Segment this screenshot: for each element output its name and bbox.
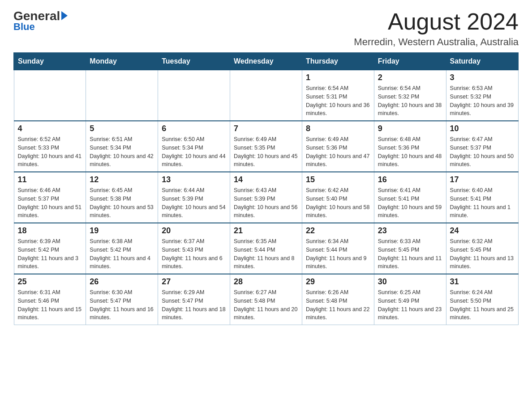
day-info: Sunrise: 6:41 AMSunset: 5:41 PMDaylight:…	[378, 186, 442, 220]
day-info: Sunrise: 6:44 AMSunset: 5:39 PMDaylight:…	[162, 186, 226, 220]
day-info: Sunrise: 6:43 AMSunset: 5:39 PMDaylight:…	[234, 186, 298, 220]
calendar-week-4: 18Sunrise: 6:39 AMSunset: 5:42 PMDayligh…	[14, 223, 518, 274]
calendar-cell: 12Sunrise: 6:45 AMSunset: 5:38 PMDayligh…	[86, 172, 158, 223]
day-info: Sunrise: 6:54 AMSunset: 5:31 PMDaylight:…	[306, 84, 370, 118]
title-area: August 2024 Merredin, Western Australia,…	[354, 9, 519, 48]
calendar-week-5: 25Sunrise: 6:31 AMSunset: 5:46 PMDayligh…	[14, 274, 518, 325]
day-number: 1	[306, 73, 370, 82]
day-info: Sunrise: 6:50 AMSunset: 5:34 PMDaylight:…	[162, 135, 226, 169]
day-info: Sunrise: 6:49 AMSunset: 5:35 PMDaylight:…	[234, 135, 298, 169]
day-info: Sunrise: 6:54 AMSunset: 5:32 PMDaylight:…	[378, 84, 442, 118]
day-number: 29	[306, 277, 370, 287]
day-number: 9	[378, 124, 442, 133]
day-number: 5	[90, 124, 154, 133]
calendar-cell: 28Sunrise: 6:27 AMSunset: 5:48 PMDayligh…	[230, 274, 302, 325]
day-info: Sunrise: 6:34 AMSunset: 5:44 PMDaylight:…	[306, 237, 370, 271]
day-number: 26	[90, 277, 154, 287]
day-number: 31	[450, 277, 515, 287]
day-header-tuesday: Tuesday	[158, 53, 230, 70]
day-info: Sunrise: 6:48 AMSunset: 5:36 PMDaylight:…	[378, 135, 442, 169]
day-info: Sunrise: 6:29 AMSunset: 5:47 PMDaylight:…	[162, 288, 226, 322]
day-number: 12	[90, 175, 154, 184]
day-number: 18	[18, 226, 82, 235]
logo: General Blue	[13, 9, 68, 33]
day-info: Sunrise: 6:24 AMSunset: 5:50 PMDaylight:…	[450, 288, 515, 322]
day-number: 7	[234, 124, 298, 133]
day-info: Sunrise: 6:51 AMSunset: 5:34 PMDaylight:…	[90, 135, 154, 169]
page-header: General Blue August 2024 Merredin, Weste…	[13, 9, 519, 48]
day-number: 20	[162, 226, 226, 235]
calendar-cell: 8Sunrise: 6:49 AMSunset: 5:36 PMDaylight…	[302, 121, 374, 172]
day-info: Sunrise: 6:49 AMSunset: 5:36 PMDaylight:…	[306, 135, 370, 169]
calendar-cell: 5Sunrise: 6:51 AMSunset: 5:34 PMDaylight…	[86, 121, 158, 172]
day-info: Sunrise: 6:47 AMSunset: 5:37 PMDaylight:…	[450, 135, 515, 169]
calendar-cell: 11Sunrise: 6:46 AMSunset: 5:37 PMDayligh…	[14, 172, 86, 223]
day-number: 24	[450, 226, 515, 235]
calendar-cell: 10Sunrise: 6:47 AMSunset: 5:37 PMDayligh…	[446, 121, 518, 172]
day-number: 11	[18, 175, 82, 184]
calendar-week-3: 11Sunrise: 6:46 AMSunset: 5:37 PMDayligh…	[14, 172, 518, 223]
day-number: 14	[234, 175, 298, 184]
day-number: 25	[18, 277, 82, 287]
calendar-table: SundayMondayTuesdayWednesdayThursdayFrid…	[13, 52, 519, 325]
calendar-cell	[14, 70, 86, 121]
location-title: Merredin, Western Australia, Australia	[354, 36, 519, 48]
day-number: 15	[306, 175, 370, 184]
calendar-cell: 6Sunrise: 6:50 AMSunset: 5:34 PMDaylight…	[158, 121, 230, 172]
calendar-cell: 15Sunrise: 6:42 AMSunset: 5:40 PMDayligh…	[302, 172, 374, 223]
day-number: 19	[90, 226, 154, 235]
calendar-week-1: 1Sunrise: 6:54 AMSunset: 5:31 PMDaylight…	[14, 70, 518, 121]
calendar-cell: 14Sunrise: 6:43 AMSunset: 5:39 PMDayligh…	[230, 172, 302, 223]
calendar-cell	[158, 70, 230, 121]
day-number: 4	[18, 124, 82, 133]
calendar-cell: 1Sunrise: 6:54 AMSunset: 5:31 PMDaylight…	[302, 70, 374, 121]
day-info: Sunrise: 6:46 AMSunset: 5:37 PMDaylight:…	[18, 186, 82, 220]
day-info: Sunrise: 6:52 AMSunset: 5:33 PMDaylight:…	[18, 135, 82, 169]
calendar-cell: 13Sunrise: 6:44 AMSunset: 5:39 PMDayligh…	[158, 172, 230, 223]
day-number: 27	[162, 277, 226, 287]
logo-arrow-icon	[61, 11, 68, 20]
day-info: Sunrise: 6:45 AMSunset: 5:38 PMDaylight:…	[90, 186, 154, 220]
day-header-wednesday: Wednesday	[230, 53, 302, 70]
day-number: 22	[306, 226, 370, 235]
calendar-cell: 27Sunrise: 6:29 AMSunset: 5:47 PMDayligh…	[158, 274, 230, 325]
calendar-cell: 24Sunrise: 6:32 AMSunset: 5:45 PMDayligh…	[446, 223, 518, 274]
calendar-cell: 31Sunrise: 6:24 AMSunset: 5:50 PMDayligh…	[446, 274, 518, 325]
calendar-cell: 30Sunrise: 6:25 AMSunset: 5:49 PMDayligh…	[374, 274, 446, 325]
calendar-cell	[230, 70, 302, 121]
day-number: 23	[378, 226, 442, 235]
day-info: Sunrise: 6:33 AMSunset: 5:45 PMDaylight:…	[378, 237, 442, 271]
calendar-cell: 17Sunrise: 6:40 AMSunset: 5:41 PMDayligh…	[446, 172, 518, 223]
day-info: Sunrise: 6:32 AMSunset: 5:45 PMDaylight:…	[450, 237, 515, 271]
day-number: 2	[378, 73, 442, 82]
day-info: Sunrise: 6:27 AMSunset: 5:48 PMDaylight:…	[234, 288, 298, 322]
calendar-cell: 2Sunrise: 6:54 AMSunset: 5:32 PMDaylight…	[374, 70, 446, 121]
calendar-cell: 25Sunrise: 6:31 AMSunset: 5:46 PMDayligh…	[14, 274, 86, 325]
day-number: 3	[450, 73, 515, 82]
day-number: 6	[162, 124, 226, 133]
day-number: 21	[234, 226, 298, 235]
calendar-cell: 19Sunrise: 6:38 AMSunset: 5:42 PMDayligh…	[86, 223, 158, 274]
day-info: Sunrise: 6:35 AMSunset: 5:44 PMDaylight:…	[234, 237, 298, 271]
calendar-cell: 7Sunrise: 6:49 AMSunset: 5:35 PMDaylight…	[230, 121, 302, 172]
day-number: 8	[306, 124, 370, 133]
logo-blue-text: Blue	[13, 21, 35, 33]
calendar-cell: 16Sunrise: 6:41 AMSunset: 5:41 PMDayligh…	[374, 172, 446, 223]
day-header-thursday: Thursday	[302, 53, 374, 70]
day-number: 28	[234, 277, 298, 287]
calendar-cell: 23Sunrise: 6:33 AMSunset: 5:45 PMDayligh…	[374, 223, 446, 274]
calendar-cell: 29Sunrise: 6:26 AMSunset: 5:48 PMDayligh…	[302, 274, 374, 325]
calendar-cell: 3Sunrise: 6:53 AMSunset: 5:32 PMDaylight…	[446, 70, 518, 121]
calendar-cell: 21Sunrise: 6:35 AMSunset: 5:44 PMDayligh…	[230, 223, 302, 274]
day-info: Sunrise: 6:31 AMSunset: 5:46 PMDaylight:…	[18, 288, 82, 322]
day-header-friday: Friday	[374, 53, 446, 70]
day-header-sunday: Sunday	[14, 53, 86, 70]
day-header-saturday: Saturday	[446, 53, 518, 70]
calendar-cell: 9Sunrise: 6:48 AMSunset: 5:36 PMDaylight…	[374, 121, 446, 172]
day-info: Sunrise: 6:25 AMSunset: 5:49 PMDaylight:…	[378, 288, 442, 322]
day-info: Sunrise: 6:26 AMSunset: 5:48 PMDaylight:…	[306, 288, 370, 322]
calendar-week-2: 4Sunrise: 6:52 AMSunset: 5:33 PMDaylight…	[14, 121, 518, 172]
day-number: 13	[162, 175, 226, 184]
day-info: Sunrise: 6:42 AMSunset: 5:40 PMDaylight:…	[306, 186, 370, 220]
day-number: 10	[450, 124, 515, 133]
